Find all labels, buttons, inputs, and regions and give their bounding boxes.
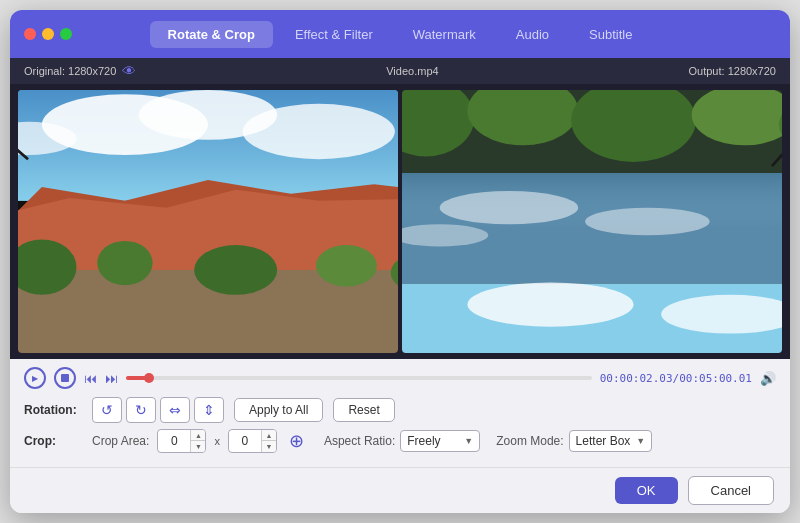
progress-bar[interactable] (126, 376, 592, 380)
svg-point-31 (467, 282, 633, 326)
svg-point-4 (243, 104, 395, 159)
zoom-mode-value: Letter Box (576, 434, 631, 448)
aspect-ratio-chevron: ▼ (464, 436, 473, 446)
aspect-ratio-label: Aspect Ratio: (324, 434, 395, 448)
crop-y-arrows: ▲ ▼ (261, 430, 276, 452)
time-display: 00:00:02.03/00:05:00.01 (600, 372, 752, 385)
crop-x-spinbox[interactable]: ▲ ▼ (157, 429, 206, 453)
original-label: Original: 1280x720 (24, 65, 116, 77)
total-time: 00:05:00.01 (679, 372, 752, 385)
x-separator: x (214, 435, 220, 447)
svg-point-28 (585, 208, 710, 236)
tab-rotate-crop[interactable]: Rotate & Crop (150, 21, 273, 48)
original-video-pane (18, 90, 398, 353)
zoom-mode-label: Zoom Mode: (496, 434, 563, 448)
crop-row: Crop: Crop Area: ▲ ▼ x ▲ ▼ (24, 429, 776, 453)
preview-info-bar: Original: 1280x720 👁 Video.mp4 Output: 1… (10, 58, 790, 84)
aspect-ratio-value: Freely (407, 434, 440, 448)
cancel-button[interactable]: Cancel (688, 476, 774, 505)
original-video (18, 90, 398, 353)
crop-x-input[interactable] (158, 432, 190, 450)
maximize-button[interactable] (60, 28, 72, 40)
crop-y-input[interactable] (229, 432, 261, 450)
crop-cross-icon[interactable]: ⊕ (289, 430, 304, 452)
zoom-mode-select[interactable]: Letter Box ▼ (569, 430, 653, 452)
eye-icon[interactable]: 👁 (122, 63, 136, 79)
stop-button[interactable] (54, 367, 76, 389)
close-button[interactable] (24, 28, 36, 40)
crop-x-down-arrow[interactable]: ▼ (191, 441, 205, 452)
crop-area-label: Crop Area: (92, 434, 149, 448)
tab-audio[interactable]: Audio (498, 21, 567, 48)
tab-watermark[interactable]: Watermark (395, 21, 494, 48)
crop-y-up-arrow[interactable]: ▲ (262, 430, 276, 441)
flip-horizontal-button[interactable]: ⇔ (160, 397, 190, 423)
volume-icon[interactable]: 🔊 (760, 371, 776, 386)
apply-to-all-button[interactable]: Apply to All (234, 398, 323, 422)
tab-effect-filter[interactable]: Effect & Filter (277, 21, 391, 48)
crop-x-arrows: ▲ ▼ (190, 430, 205, 452)
main-window: Rotate & Crop Effect & Filter Watermark … (10, 10, 790, 513)
traffic-lights (10, 28, 72, 40)
current-time: 00:00:02.03 (600, 372, 673, 385)
rotation-label: Rotation: (24, 403, 82, 417)
minimize-button[interactable] (42, 28, 54, 40)
footer: OK Cancel (10, 467, 790, 513)
progress-handle[interactable] (144, 373, 154, 383)
svg-point-27 (440, 191, 578, 224)
aspect-ratio-select[interactable]: Freely ▼ (400, 430, 480, 452)
skip-back-start-button[interactable]: ⏮ (84, 371, 97, 386)
ok-button[interactable]: OK (615, 477, 678, 504)
reset-button[interactable]: Reset (333, 398, 394, 422)
tab-subtitle[interactable]: Subtitle (571, 21, 650, 48)
zoom-mode-chevron: ▼ (636, 436, 645, 446)
titlebar: Rotate & Crop Effect & Filter Watermark … (10, 10, 790, 58)
svg-point-12 (316, 245, 377, 287)
filename-label: Video.mp4 (386, 65, 438, 77)
flip-vertical-button[interactable]: ⇕ (194, 397, 224, 423)
rotate-right-button[interactable]: ↻ (126, 397, 156, 423)
rotation-buttons: ↺ ↻ ⇔ ⇕ (92, 397, 224, 423)
crop-controls: Crop Area: ▲ ▼ x ▲ ▼ ⊕ (92, 429, 652, 453)
original-info: Original: 1280x720 👁 (24, 63, 136, 79)
output-video-pane (402, 90, 782, 353)
tab-bar: Rotate & Crop Effect & Filter Watermark … (10, 21, 790, 48)
play-button[interactable]: ▶ (24, 367, 46, 389)
crop-label: Crop: (24, 434, 82, 448)
controls-area: ▶ ⏮ ⏭ 00:00:02.03/00:05:00.01 🔊 Rotation… (10, 359, 790, 467)
svg-point-11 (194, 245, 277, 295)
crop-y-spinbox[interactable]: ▲ ▼ (228, 429, 277, 453)
output-label: Output: 1280x720 (689, 65, 776, 77)
svg-point-10 (97, 241, 152, 285)
preview-area (10, 84, 790, 359)
aspect-ratio-section: Aspect Ratio: Freely ▼ (324, 430, 480, 452)
crop-x-up-arrow[interactable]: ▲ (191, 430, 205, 441)
playback-row: ▶ ⏮ ⏭ 00:00:02.03/00:05:00.01 🔊 (24, 367, 776, 389)
zoom-mode-section: Zoom Mode: Letter Box ▼ (496, 430, 652, 452)
rotate-left-button[interactable]: ↺ (92, 397, 122, 423)
stop-icon (61, 374, 69, 382)
output-video (402, 90, 782, 353)
skip-forward-end-button[interactable]: ⏭ (105, 371, 118, 386)
rotation-row: Rotation: ↺ ↻ ⇔ ⇕ Apply to All Reset (24, 397, 776, 423)
crop-y-down-arrow[interactable]: ▼ (262, 441, 276, 452)
